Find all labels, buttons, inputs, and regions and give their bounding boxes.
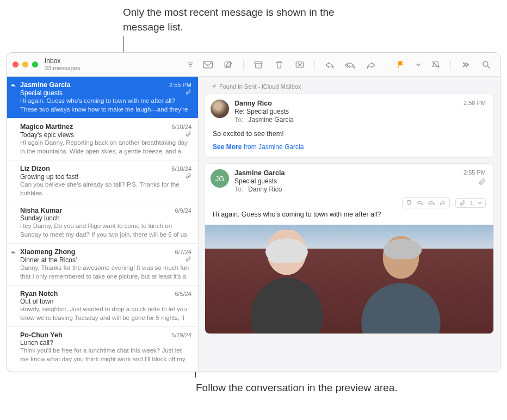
conversation-message[interactable]: Danny Rico Re: Special guests To: Jasmin… [205, 94, 493, 157]
mail-window: Inbox 33 messages [7, 52, 500, 372]
search-icon[interactable] [480, 59, 492, 71]
annotation-bottom: Follow the conversation in the preview a… [196, 381, 413, 396]
mute-icon[interactable] [430, 59, 442, 71]
junk-icon[interactable] [294, 59, 306, 71]
reply-all-icon[interactable] [344, 59, 356, 71]
envelope-icon[interactable] [202, 59, 214, 71]
see-more-link[interactable]: See More from Jasmine Garcia [213, 143, 486, 151]
subject: Lunch call? [20, 339, 191, 347]
from-name: Jasmine Garcia [234, 169, 458, 177]
filter-button[interactable] [183, 59, 197, 71]
message-list[interactable]: Jasmine Garcia2:55 PMSpecial guestsHi ag… [7, 77, 199, 372]
overflow-icon[interactable] [460, 59, 472, 71]
inline-reply-all-icon[interactable] [428, 199, 435, 207]
message-row[interactable]: Jasmine Garcia2:55 PMSpecial guestsHi ag… [7, 77, 198, 119]
annotation-top: Only the most recent message is shown in… [123, 5, 341, 34]
message-row[interactable]: Nisha Kumar6/9/24Sunday lunchHey Danny, … [7, 202, 198, 244]
mailbox-name: Inbox [45, 57, 183, 65]
message-body: Hi again. Guess who's coming to town wit… [213, 211, 486, 218]
attachment-icon [463, 178, 486, 187]
zoom-window-button[interactable] [32, 61, 38, 67]
subject: Dinner at the Ricos' [20, 256, 185, 264]
inline-attachment-count[interactable]: 1 [455, 198, 486, 208]
close-window-button[interactable] [13, 61, 18, 67]
titlebar: Inbox 33 messages [7, 53, 500, 77]
toolbar [202, 59, 494, 71]
to-name: Jasmine Garcia [248, 116, 293, 123]
message-row[interactable]: Magico Martinez6/10/24Today's epic views… [7, 119, 198, 160]
window-controls [13, 61, 38, 67]
sender: Po-Chun Yeh [20, 331, 171, 339]
minimize-window-button[interactable] [22, 61, 28, 67]
attachment-image[interactable] [205, 225, 493, 333]
inline-forward-icon[interactable] [440, 199, 446, 207]
message-row[interactable]: Xiaomeng Zhong6/7/24Dinner at the Ricos'… [7, 244, 198, 286]
mailbox-count: 33 messages [45, 65, 183, 72]
inline-toolbar: 1 [205, 196, 493, 211]
sender: Ryan Notch [20, 290, 175, 298]
attachment-icon [185, 172, 191, 181]
flag-icon[interactable] [395, 59, 407, 71]
date: 5/29/24 [171, 332, 191, 338]
found-in-banner: Found in Sent - iCloud Mailbox [205, 82, 493, 94]
toolbar-separator [314, 60, 315, 70]
svg-rect-4 [225, 61, 231, 67]
preview-pane: Found in Sent - iCloud Mailbox Danny Ric… [199, 77, 500, 372]
trash-icon[interactable] [273, 59, 285, 71]
sender: Magico Martinez [20, 123, 171, 131]
conversation-message[interactable]: JG Jasmine Garcia Special guests To: Dan… [205, 164, 493, 333]
to-name: Danny Rico [248, 186, 282, 193]
message-header: JG Jasmine Garcia Special guests To: Dan… [205, 164, 493, 196]
inline-trash-icon[interactable] [406, 199, 412, 207]
sender: Liz Dizon [20, 165, 171, 172]
avatar: JG [211, 169, 229, 188]
message-time: 2:58 PM [463, 100, 486, 106]
to-label: To: [234, 116, 243, 123]
to-label: To: [234, 186, 243, 193]
message-row[interactable]: Po-Chun Yeh5/29/24Lunch call?Think you'l… [7, 327, 198, 368]
preview-text: Hi again. Guess who's coming to town wit… [20, 97, 191, 114]
toolbar-separator [386, 60, 386, 70]
subject: Special guests [234, 177, 458, 185]
date: 6/5/24 [175, 291, 191, 297]
svg-line-9 [487, 66, 490, 69]
forward-icon[interactable] [365, 59, 377, 71]
sender: Xiaomeng Zhong [20, 248, 175, 256]
preview-text: Can you believe she's already so tall? P… [20, 181, 191, 197]
date: 6/10/24 [171, 165, 191, 172]
svg-rect-7 [296, 61, 304, 67]
avatar [211, 100, 229, 118]
subject: Growing up too fast! [20, 173, 185, 181]
sender: Nisha Kumar [20, 207, 175, 214]
message-header: Danny Rico Re: Special guests To: Jasmin… [205, 94, 493, 127]
message-row[interactable]: Ryan Notch6/5/24Out of townHowdy, neighb… [7, 286, 198, 327]
attachment-icon [185, 89, 191, 97]
archive-icon[interactable] [252, 59, 264, 71]
replied-icon [10, 249, 16, 257]
subject: Today's epic views [20, 131, 185, 139]
reply-icon[interactable] [324, 59, 336, 71]
compose-icon[interactable] [222, 59, 234, 71]
subject: Special guests [20, 89, 185, 97]
subject: Re: Special guests [234, 108, 458, 115]
date: 6/9/24 [175, 207, 191, 214]
flag-menu-chevron-icon[interactable] [416, 59, 421, 71]
svg-rect-5 [255, 61, 262, 64]
preview-text: Howdy, neighbor, Just wanted to drop a q… [20, 305, 191, 322]
svg-rect-3 [203, 61, 213, 68]
toolbar-separator [450, 60, 451, 70]
replied-icon [10, 82, 16, 90]
preview-text: Hi again Danny, Reporting back on anothe… [20, 139, 191, 156]
from-name: Danny Rico [234, 100, 458, 107]
attachment-icon [185, 256, 191, 264]
preview-text: Think you'll be free for a lunchtime cha… [20, 347, 191, 363]
preview-text: Danny, Thanks for the awesome evening! I… [20, 264, 191, 281]
svg-point-8 [483, 61, 488, 66]
date: 6/10/24 [171, 123, 191, 130]
found-in-text: Found in Sent - iCloud Mailbox [219, 83, 301, 90]
message-row[interactable]: Liz Dizon6/10/24Growing up too fast!Can … [7, 160, 198, 202]
message-body: So excited to see them! [213, 130, 486, 138]
body: Jasmine Garcia2:55 PMSpecial guestsHi ag… [7, 77, 500, 372]
sender: Jasmine Garcia [20, 81, 169, 89]
inline-reply-icon[interactable] [417, 199, 423, 207]
